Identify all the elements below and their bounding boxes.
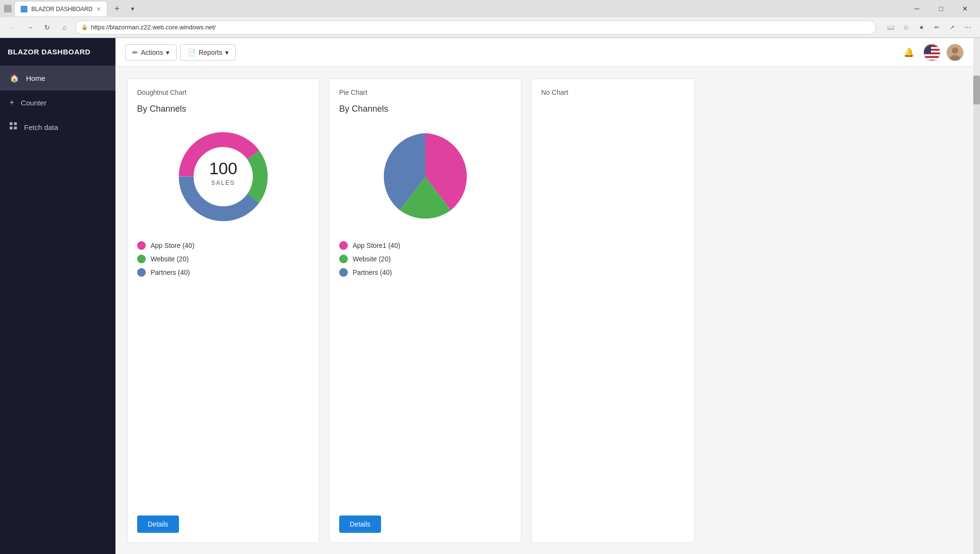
more-button[interactable]: ⋯ [961,21,974,34]
donut-chart-card: Doughtnut Chart By Channels [127,78,319,543]
svg-rect-2 [14,122,17,125]
content-area: Doughtnut Chart By Channels [115,67,973,554]
reports-dropdown-icon: ▾ [225,49,229,56]
maximize-button[interactable]: □ [930,0,952,17]
tab-favicon [21,6,27,13]
svg-rect-1 [10,122,13,125]
donut-chart-container: 100 SALES [137,124,309,230]
title-bar: BLAZOR DASHBOARD ✕ + ▾ ─ □ ✕ [0,0,980,17]
app-layout: BLAZOR DASHBOARD 🏠 Home + Counter [0,38,980,554]
bookmark-button[interactable]: ☆ [899,21,913,34]
url-text: https://blazorman.z22.web.core.windows.n… [91,24,216,31]
close-button[interactable]: ✕ [954,0,976,17]
lock-icon: 🔒 [81,24,88,30]
language-flag[interactable] [923,44,941,61]
svg-text:SALES: SALES [211,180,235,186]
pie-card-title: Pie Chart [339,89,511,96]
share-button[interactable]: ↗ [945,21,959,34]
sidebar-nav: 🏠 Home + Counter Fetch data [0,66,115,140]
pie-website-dot [339,255,348,263]
svg-rect-3 [10,127,13,129]
reports-button[interactable]: 📄 Reports ▾ [180,44,236,61]
tab-list-button[interactable]: ▾ [127,3,138,14]
donut-svg: 100 SALES [170,124,276,230]
notification-bell[interactable]: 🔔 [900,44,917,61]
donut-card-title: Doughtnut Chart [137,89,309,96]
appstore-label: App Store (40) [151,242,194,249]
home-icon: 🏠 [10,74,19,83]
new-tab-button[interactable]: + [110,2,124,15]
pie-legend-item-partners: Partners (40) [339,268,511,277]
legend-item-partners: Partners (40) [137,268,309,277]
pie-chart-subtitle: By Channels [339,104,511,114]
toolbar-right: 🔔 [900,44,964,61]
pie-legend-item-appstore: App Store1 (40) [339,241,511,250]
home-button[interactable]: ⌂ [58,21,71,34]
address-bar-right: 📖 ☆ ★ ✏ ↗ ⋯ [884,21,974,34]
browser-chrome: BLAZOR DASHBOARD ✕ + ▾ ─ □ ✕ ← → ↻ ⌂ 🔒 h… [0,0,980,38]
donut-wrapper: 100 SALES [170,124,276,230]
actions-button[interactable]: ✏ Actions ▾ [125,44,177,61]
website-dot [137,255,146,263]
sidebar-title: BLAZOR DASHBOARD [0,38,115,66]
pen-button[interactable]: ✏ [930,21,943,34]
pie-legend-item-website: Website (20) [339,255,511,263]
main-area: ✏ Actions ▾ 📄 Reports ▾ 🔔 [115,38,973,554]
pie-chart-container [339,124,511,230]
actions-dropdown-icon: ▾ [166,49,169,56]
title-bar-left: BLAZOR DASHBOARD ✕ + ▾ [4,1,902,16]
reports-label: Reports [199,49,222,56]
page-icon [4,5,12,13]
pie-website-label: Website (20) [353,255,391,263]
doc-icon: 📄 [188,49,196,56]
tab-title: BLAZOR DASHBOARD [31,6,92,13]
partners-label: Partners (40) [151,269,190,276]
url-box[interactable]: 🔒 https://blazorman.z22.web.core.windows… [75,20,876,35]
toolbar: ✏ Actions ▾ 📄 Reports ▾ 🔔 [115,38,973,67]
user-avatar[interactable] [946,44,964,61]
active-tab[interactable]: BLAZOR DASHBOARD ✕ [14,1,107,16]
plus-icon: + [10,98,14,107]
pencil-icon: ✏ [132,49,138,56]
svg-point-13 [952,47,958,53]
pie-appstore-dot [339,241,348,250]
sidebar-label-counter: Counter [21,99,46,107]
pie-appstore-label: App Store1 (40) [353,242,400,249]
sidebar-item-fetch[interactable]: Fetch data [0,115,115,140]
forward-button[interactable]: → [23,21,37,34]
refresh-button[interactable]: ↻ [40,21,54,34]
pie-legend: App Store1 (40) Website (20) Partners (4… [339,241,511,277]
sidebar-item-counter[interactable]: + Counter [0,90,115,115]
svg-text:100: 100 [209,159,238,178]
sidebar: BLAZOR DASHBOARD 🏠 Home + Counter [0,38,115,554]
sidebar-label-home: Home [26,74,45,82]
donut-chart-subtitle: By Channels [137,104,309,114]
sidebar-label-fetch: Fetch data [24,123,58,131]
legend-item-appstore: App Store (40) [137,241,309,250]
back-button[interactable]: ← [6,21,19,34]
legend-item-website: Website (20) [137,255,309,263]
no-chart-card: No Chart [531,78,695,543]
avatar-svg [947,44,963,61]
us-flag-svg [924,44,940,61]
scrollbar-thumb[interactable] [973,76,980,104]
appstore-dot [137,241,146,250]
pie-svg [372,124,478,230]
pie-partners-label: Partners (40) [353,269,392,276]
scrollbar-track[interactable] [973,76,980,554]
sidebar-item-home[interactable]: 🏠 Home [0,66,115,90]
pie-chart-card: Pie Chart By Channels [329,78,522,543]
pie-partners-dot [339,268,348,277]
donut-details-button[interactable]: Details [137,515,179,533]
tab-close-icon[interactable]: ✕ [96,6,101,13]
minimize-button[interactable]: ─ [906,0,928,17]
partners-dot [137,268,146,277]
website-label: Website (20) [151,255,189,263]
actions-label: Actions [141,49,163,56]
pie-details-button[interactable]: Details [339,515,381,533]
svg-rect-7 [924,54,940,56]
reader-view-button[interactable]: 📖 [884,21,897,34]
svg-rect-4 [14,127,17,129]
favorites-button[interactable]: ★ [915,21,928,34]
address-bar: ← → ↻ ⌂ 🔒 https://blazorman.z22.web.core… [0,17,980,38]
